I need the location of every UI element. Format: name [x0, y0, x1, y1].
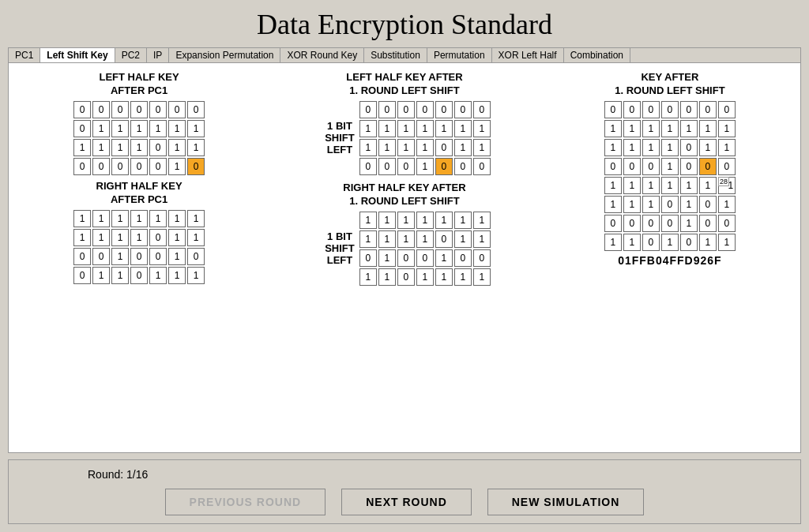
grids-row: LEFT HALF KEYAFTER PC1 00000000111111111… — [17, 71, 792, 444]
bit-cell: 0 — [359, 249, 377, 267]
bit-cell: 1 — [416, 120, 434, 137]
bit-cell: 0 — [661, 196, 679, 213]
bit-cell: 1 — [454, 120, 472, 137]
bit-row: 0001000 — [359, 158, 491, 175]
bit-cell: 1 — [454, 230, 472, 248]
bit-row: 0010010 — [73, 248, 205, 265]
bit-cell: 0 — [604, 101, 622, 118]
bit-cell: 1 — [604, 139, 622, 156]
bit-cell: 1 — [454, 268, 472, 286]
bit-cell: 1 — [718, 234, 736, 251]
bit-cell: 1 — [699, 234, 717, 251]
tab-bar: PC1 Left Shift Key PC2 IP Expansion Perm… — [8, 47, 801, 63]
bit-cell: 1 — [454, 139, 472, 156]
right-half-section: RIGHT HALF KEYAFTER PC1 1111111111101100… — [73, 180, 205, 284]
bit-row: 1111111 — [73, 210, 205, 227]
tab-permutation[interactable]: Permutation — [427, 48, 492, 62]
tab-xor-left-half[interactable]: XOR Left Half — [492, 48, 564, 62]
tab-ip[interactable]: IP — [147, 48, 169, 62]
tab-xor-round-key[interactable]: XOR Round Key — [280, 48, 364, 62]
bit-cell: 0 — [718, 158, 736, 175]
tab-combination[interactable]: Combination — [564, 48, 630, 62]
bit-cell: 0 — [661, 215, 679, 232]
left-half-section: LEFT HALF KEYAFTER PC1 00000000111111111… — [73, 71, 205, 175]
tab-expansion-permutation[interactable]: Expansion Permutation — [169, 48, 280, 62]
bit-cell: 1 — [661, 139, 679, 156]
bit-cell: 0 — [397, 158, 415, 175]
right-half-grid: 1111111111101100100100110111 — [73, 210, 205, 284]
bit-cell: 1 — [473, 230, 491, 248]
bit-cell: 281 — [718, 177, 736, 194]
bit-cell: 1 — [473, 212, 491, 229]
bit-cell: 1 — [623, 139, 641, 156]
bit-cell: 0 — [416, 249, 434, 267]
bit-cell: 0 — [416, 101, 434, 118]
bit-cell: 0 — [92, 158, 110, 175]
tab-pc2[interactable]: PC2 — [115, 48, 147, 62]
bit-cell: 1 — [92, 267, 110, 284]
bit-cell: 0 — [73, 267, 91, 284]
bit-cell: 1 — [661, 158, 679, 175]
bit-cell: 1 — [168, 158, 186, 175]
bit-cell: 1 — [149, 267, 167, 284]
after-right-grid: 1111111111101101001001101111 — [359, 212, 491, 286]
main-window: Data Encryption Standard PC1 Left Shift … — [0, 0, 809, 532]
bit-cell: 1 — [604, 196, 622, 213]
bit-cell: 0 — [623, 101, 641, 118]
bit-cell: 0 — [642, 234, 660, 251]
bit-row: 1111011 — [359, 230, 491, 248]
bit-cell: 1 — [168, 210, 186, 227]
after-right-section: RIGHT HALF KEY AFTER1. ROUND LEFT SHIFT … — [318, 182, 491, 286]
after-left-grid: 0000000111111111110110001000 — [359, 101, 491, 175]
bit-cell: 1 — [73, 139, 91, 156]
bit-row: 1111111 — [359, 212, 491, 229]
bit-cell: 1 — [680, 215, 698, 232]
buttons-row: PREVIOUS ROUND NEXT ROUND NEW SIMULATION — [24, 489, 785, 515]
previous-round-button[interactable]: PREVIOUS ROUND — [165, 489, 326, 515]
bit-cell: 1 — [111, 267, 129, 284]
bit-cell: 0 — [454, 158, 472, 175]
new-simulation-button[interactable]: NEW SIMULATION — [487, 489, 645, 515]
bit-cell: 1 — [416, 158, 434, 175]
bit-cell: 1 — [111, 229, 129, 246]
bit-cell: 1 — [130, 120, 148, 137]
bit-cell: 1 — [680, 196, 698, 213]
next-round-button[interactable]: NEXT ROUND — [341, 489, 472, 515]
bit-row: 0110111 — [73, 267, 205, 284]
tab-substitution[interactable]: Substitution — [364, 48, 427, 62]
bit-cell: 1 — [111, 248, 129, 265]
key-after-grid: 0000000111111111110110001000111111281111… — [604, 101, 736, 251]
bit-row: 0000000 — [359, 101, 491, 118]
hex-value: 01FFB04FFD926F — [618, 254, 721, 267]
bit-cell: 1 — [92, 229, 110, 246]
bottom-bar: Round: 1/16 PREVIOUS ROUND NEXT ROUND NE… — [8, 459, 801, 524]
after-left-section: LEFT HALF KEY AFTER1. ROUND LEFT SHIFT 1… — [318, 71, 491, 175]
bit-cell: 0 — [111, 101, 129, 118]
bit-cell: 1 — [642, 120, 660, 137]
bit-cell: 1 — [378, 249, 396, 267]
bit-row: 0000100 — [604, 215, 736, 232]
bit-cell: 1 — [168, 229, 186, 246]
bit-cell: 1 — [718, 120, 736, 137]
bit-cell: 0 — [642, 158, 660, 175]
bit-cell: 1 — [187, 120, 205, 137]
shift-label-left: 1 BIT SHIFT LEFT — [325, 120, 355, 155]
bit-cell: 0 — [130, 158, 148, 175]
tab-pc1[interactable]: PC1 — [9, 48, 40, 62]
bit-cell: 1 — [359, 212, 377, 229]
bit-cell: 1 — [92, 139, 110, 156]
bit-row: 0000000 — [73, 101, 205, 118]
bit-cell: 1 — [378, 120, 396, 137]
tab-left-shift-key[interactable]: Left Shift Key — [40, 48, 115, 62]
bit-cell: 0 — [149, 229, 167, 246]
bit-cell: 1 — [699, 120, 717, 137]
bit-cell: 0 — [73, 101, 91, 118]
bit-cell: 0 — [378, 101, 396, 118]
right-half-title: RIGHT HALF KEYAFTER PC1 — [96, 180, 182, 207]
content-area: LEFT HALF KEYAFTER PC1 00000000111111111… — [8, 63, 801, 453]
bit-cell: 0 — [149, 158, 167, 175]
bit-cell: 0 — [604, 158, 622, 175]
bit-cell: 1 — [73, 229, 91, 246]
bit-cell: 1 — [435, 249, 453, 267]
bit-cell: 1 — [378, 268, 396, 286]
